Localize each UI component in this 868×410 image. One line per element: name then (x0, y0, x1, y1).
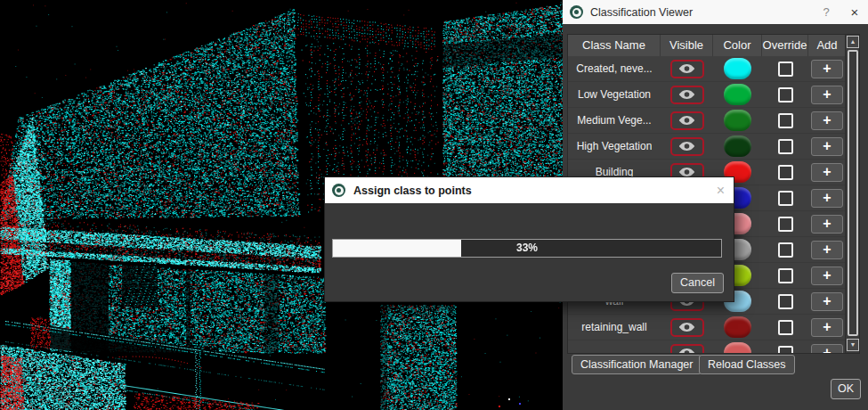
class-name-label: Medium Vege... (577, 114, 651, 127)
add-button[interactable]: + (811, 241, 843, 259)
add-button[interactable]: + (811, 163, 843, 182)
eye-icon (678, 115, 695, 126)
panel-title: Classification Viewer (590, 6, 811, 19)
class-color-swatch[interactable] (724, 58, 751, 79)
add-button[interactable]: + (811, 292, 843, 311)
header-visible: Visible (661, 35, 713, 56)
override-checkbox[interactable] (778, 62, 793, 77)
dialog-title: Assign class to points (353, 184, 717, 197)
add-button[interactable]: + (811, 189, 843, 208)
override-checkbox[interactable] (778, 294, 793, 309)
eye-icon (678, 63, 695, 74)
visibility-toggle-button[interactable] (670, 344, 704, 354)
header-color: Color (713, 35, 762, 56)
header-class-name: Class Name (568, 35, 661, 56)
override-checkbox[interactable] (778, 217, 793, 232)
dialog-titlebar: Assign class to points × (325, 177, 734, 203)
class-name-label: Low Vegetation (578, 88, 651, 101)
class-name-label: High Vegetation (577, 140, 653, 152)
table-header-row: Class NameVisibleColorOverrideAdd (568, 35, 846, 56)
panel-titlebar: Classification Viewer ? × (563, 0, 868, 24)
progress-bar: 33% (332, 239, 722, 258)
class-name-label: Created, neve... (576, 62, 652, 75)
table-row[interactable]: Created, neve...+ (568, 56, 846, 82)
application-window: Classification Viewer ? × Class NameVisi… (0, 0, 868, 410)
add-button[interactable]: + (811, 318, 843, 337)
table-row[interactable]: High Vegetation+ (568, 134, 846, 160)
add-button[interactable]: + (811, 344, 843, 354)
close-icon[interactable]: × (841, 4, 868, 20)
override-checkbox[interactable] (778, 165, 793, 180)
eye-icon (678, 167, 695, 177)
visibility-toggle-button[interactable] (670, 86, 704, 104)
help-icon[interactable]: ? (811, 5, 841, 19)
add-button[interactable]: + (811, 111, 843, 130)
visibility-toggle-button[interactable] (670, 60, 704, 78)
scroll-up-icon[interactable]: ▲ (847, 36, 859, 48)
ok-button[interactable]: OK (831, 379, 861, 399)
table-row[interactable]: retaining_wall+ (568, 315, 846, 340)
eye-icon (678, 348, 695, 353)
reload-classes-button[interactable]: Reload Classes (699, 355, 795, 374)
class-color-swatch[interactable] (724, 316, 751, 338)
override-checkbox[interactable] (778, 139, 793, 154)
assign-class-dialog: Assign class to points × 33% Cancel (325, 177, 734, 301)
visibility-toggle-button[interactable] (670, 111, 704, 130)
add-button[interactable]: + (811, 137, 843, 156)
class-name-label: Building (596, 166, 634, 178)
eye-icon (678, 89, 695, 100)
header-override: Override (762, 35, 808, 56)
table-scrollbar[interactable]: ▲ ▼ (845, 35, 859, 353)
table-row[interactable]: Low Vegetation+ (568, 82, 846, 108)
override-checkbox[interactable] (778, 113, 793, 128)
scroll-down-icon[interactable]: ▼ (847, 339, 859, 351)
table-row[interactable]: Medium Vege...+ (568, 108, 846, 134)
add-button[interactable]: + (811, 60, 843, 78)
override-checkbox[interactable] (778, 242, 793, 258)
add-button[interactable]: + (811, 215, 843, 234)
eye-icon (678, 141, 695, 152)
progress-percent-label: 33% (333, 240, 721, 257)
add-button[interactable]: + (811, 266, 843, 285)
header-add: Add (808, 35, 846, 56)
class-color-swatch[interactable] (724, 135, 751, 157)
override-checkbox[interactable] (778, 346, 793, 354)
override-checkbox[interactable] (778, 320, 793, 335)
dialog-close-icon[interactable]: × (717, 183, 725, 199)
visibility-toggle-button[interactable] (670, 318, 704, 337)
visibility-toggle-button[interactable] (670, 137, 704, 156)
class-name-label: retaining_wall (581, 321, 646, 333)
app-logo-icon (570, 5, 583, 19)
table-row[interactable]: + (568, 340, 846, 353)
class-color-swatch[interactable] (724, 110, 751, 131)
class-color-swatch[interactable] (724, 84, 751, 105)
override-checkbox[interactable] (778, 87, 793, 102)
cancel-button[interactable]: Cancel (671, 273, 724, 293)
override-checkbox[interactable] (778, 191, 793, 206)
add-button[interactable]: + (811, 86, 843, 104)
eye-icon (678, 322, 695, 332)
class-color-swatch[interactable] (724, 342, 751, 353)
scrollbar-thumb[interactable] (848, 50, 858, 336)
override-checkbox[interactable] (778, 268, 793, 283)
classification-manager-button[interactable]: Classification Manager (572, 355, 702, 374)
app-logo-icon (332, 184, 345, 197)
